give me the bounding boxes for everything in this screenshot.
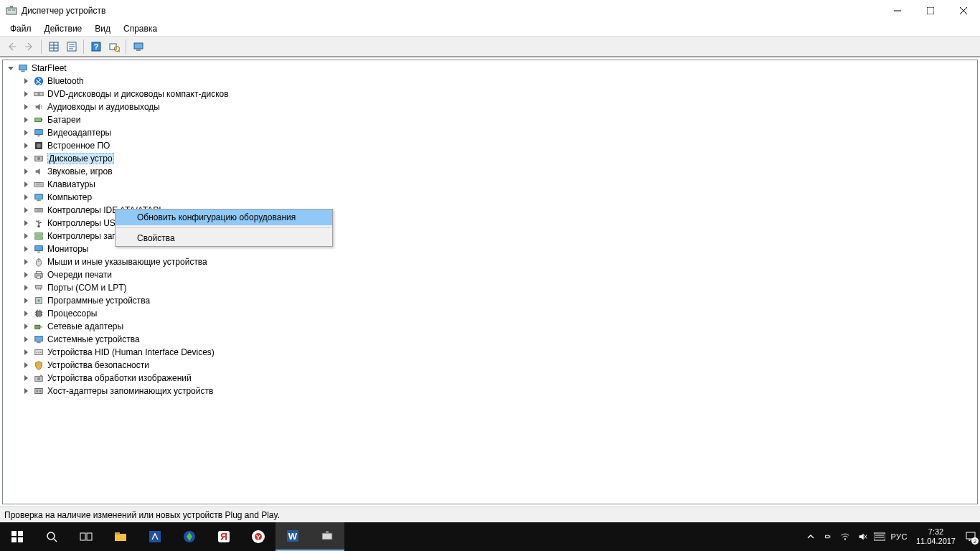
- toolbar-properties-icon[interactable]: [63, 39, 80, 55]
- port-icon: [33, 282, 44, 293]
- tree-item[interactable]: DVD-дисководы и дисководы компакт-дисков: [3, 88, 980, 100]
- expand-icon[interactable]: [22, 141, 31, 151]
- expand-icon[interactable]: [22, 206, 31, 215]
- svg-rect-85: [11, 531, 17, 536]
- expand-icon[interactable]: [22, 335, 31, 344]
- expand-icon[interactable]: [22, 361, 31, 370]
- svg-rect-1: [8, 9, 11, 11]
- expand-icon[interactable]: [22, 77, 31, 86]
- taskbar-app-yandex-search[interactable]: Я: [207, 522, 241, 551]
- svg-rect-56: [36, 286, 42, 288]
- expand-icon[interactable]: [22, 283, 31, 293]
- nav-forward-button[interactable]: [21, 39, 37, 55]
- tray-language[interactable]: РУС: [890, 532, 908, 541]
- tree-item[interactable]: Программные устройства: [3, 294, 980, 307]
- toolbar-grid-icon[interactable]: [45, 39, 62, 55]
- tray-volume-icon[interactable]: [856, 530, 869, 543]
- menu-view[interactable]: Вид: [89, 23, 116, 34]
- tree-item-label: Устройства HID (Human Interface Devices): [47, 347, 215, 357]
- expand-icon[interactable]: [22, 193, 31, 202]
- svg-line-20: [118, 50, 120, 52]
- tray-clock[interactable]: 7:32 11.04.2017: [912, 527, 960, 546]
- tree-item[interactable]: Bluetooth: [3, 75, 980, 88]
- expand-icon[interactable]: [22, 116, 31, 125]
- tree-item[interactable]: Устройства HID (Human Interface Devices): [3, 346, 980, 359]
- tree-item[interactable]: Встроенное ПО: [3, 139, 980, 152]
- expand-icon[interactable]: [22, 103, 31, 112]
- tree-item[interactable]: Хост-адаптеры запоминающих устройств: [3, 385, 980, 397]
- expand-icon[interactable]: [22, 167, 31, 176]
- svg-point-35: [37, 157, 40, 160]
- tree-item[interactable]: Устройства безопасности: [3, 359, 980, 372]
- svg-rect-41: [35, 208, 43, 212]
- menu-file[interactable]: Файл: [4, 23, 37, 34]
- tree-item[interactable]: Компьютер: [3, 191, 980, 204]
- tree-item[interactable]: Мыши и иные указывающие устройства: [3, 255, 980, 268]
- expand-icon[interactable]: [22, 374, 31, 383]
- expand-icon[interactable]: [22, 296, 31, 306]
- maximize-button[interactable]: [914, 0, 947, 22]
- taskbar-app-antivirus[interactable]: [172, 522, 207, 551]
- taskbar-app-word[interactable]: W: [275, 522, 310, 551]
- toolbar-computer-icon[interactable]: [130, 39, 146, 55]
- tree-item[interactable]: Порты (COM и LPT): [3, 281, 980, 294]
- nav-back-button[interactable]: [3, 39, 19, 55]
- minimize-button[interactable]: [881, 0, 914, 22]
- tray-chevron-up-icon[interactable]: [804, 530, 817, 543]
- expand-icon[interactable]: [22, 258, 31, 267]
- tray-wifi-icon[interactable]: [839, 530, 852, 543]
- context-menu: Обновить конфигурацию оборудования Свойс…: [115, 209, 333, 247]
- expand-icon[interactable]: [22, 387, 31, 396]
- expand-icon[interactable]: [22, 90, 31, 99]
- tree-item[interactable]: Клавиатуры: [3, 178, 980, 191]
- menu-action[interactable]: Действие: [39, 23, 88, 34]
- toolbar-separator: [126, 39, 126, 54]
- taskbar-app-yandex-disk[interactable]: [138, 522, 172, 551]
- collapse-icon[interactable]: [6, 64, 15, 73]
- start-button[interactable]: [0, 522, 34, 551]
- expand-icon[interactable]: [22, 128, 31, 138]
- menu-help[interactable]: Справка: [118, 23, 163, 34]
- expand-icon[interactable]: [22, 219, 31, 228]
- tree-item[interactable]: Устройства обработки изображений: [3, 372, 980, 385]
- ctx-properties[interactable]: Свойства: [116, 230, 332, 246]
- toolbar-scan-icon[interactable]: [105, 39, 122, 55]
- expand-icon[interactable]: [22, 348, 31, 357]
- toolbar-help-icon[interactable]: ?: [88, 39, 104, 55]
- tree-item[interactable]: Аудиовходы и аудиовыходы: [3, 100, 980, 113]
- tree-item[interactable]: Очереди печати: [3, 268, 980, 281]
- search-button[interactable]: [34, 522, 69, 551]
- tray-action-center-icon[interactable]: 2: [964, 530, 977, 543]
- tray-keyboard-icon[interactable]: [873, 530, 886, 543]
- svg-rect-5: [927, 7, 934, 14]
- tree-item-selected[interactable]: Дисковые устро: [3, 152, 980, 165]
- status-text: Проверка на наличие изменений или новых …: [4, 510, 280, 520]
- expand-icon[interactable]: [22, 245, 31, 254]
- expand-icon[interactable]: [22, 232, 31, 241]
- taskbar-app-device-manager[interactable]: [310, 522, 344, 551]
- svg-point-61: [37, 299, 40, 302]
- window-title: Диспетчер устройств: [22, 6, 881, 16]
- taskbar-app-explorer[interactable]: [103, 522, 138, 551]
- dvd-drive-icon: [33, 88, 44, 100]
- ctx-scan-hardware[interactable]: Обновить конфигурацию оборудования: [116, 209, 332, 225]
- expand-icon[interactable]: [22, 154, 31, 164]
- tray-power-icon[interactable]: [821, 530, 834, 543]
- close-button[interactable]: [947, 0, 980, 22]
- tree-item[interactable]: Видеоадаптеры: [3, 126, 980, 139]
- tree-item[interactable]: Батареи: [3, 113, 980, 126]
- expand-icon[interactable]: [22, 322, 31, 331]
- tree-item[interactable]: Звуковые, игров: [3, 165, 980, 178]
- window-controls: [881, 0, 980, 22]
- tree-item[interactable]: Системные устройства: [3, 333, 980, 346]
- expand-icon[interactable]: [22, 309, 31, 319]
- tree-root[interactable]: StarFleet: [3, 62, 980, 75]
- svg-rect-62: [37, 311, 42, 316]
- task-view-button[interactable]: [69, 522, 103, 551]
- tree-item[interactable]: Процессоры: [3, 307, 980, 320]
- expand-icon[interactable]: [22, 270, 31, 280]
- tree-item[interactable]: Сетевые адаптеры: [3, 320, 980, 333]
- tray-notification-badge: 2: [971, 537, 979, 545]
- taskbar-app-yandex-browser[interactable]: Y: [241, 522, 275, 551]
- expand-icon[interactable]: [22, 180, 31, 189]
